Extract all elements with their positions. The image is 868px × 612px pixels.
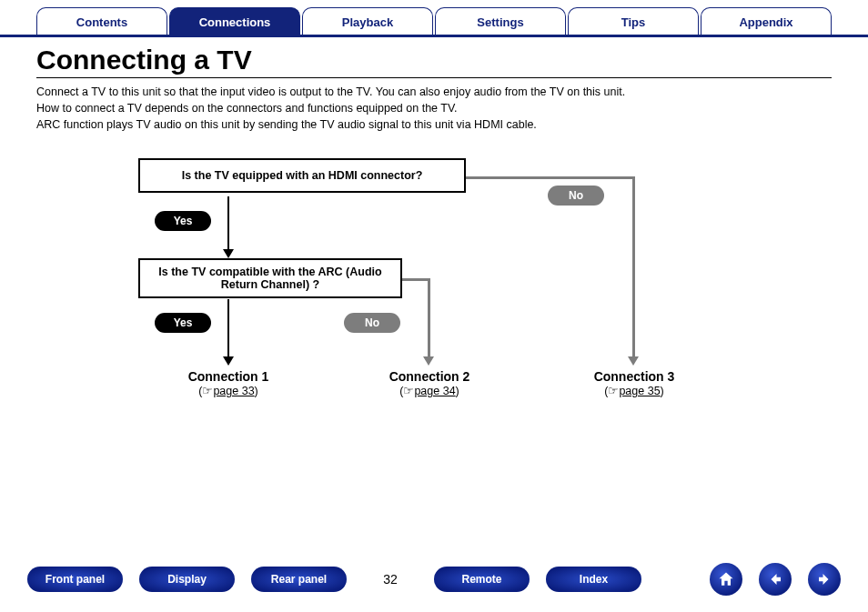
prev-page-button[interactable]	[759, 563, 792, 596]
nav-rear-panel[interactable]: Rear panel	[251, 567, 347, 592]
connection-1-title: Connection 1	[188, 369, 269, 384]
flow-line	[428, 278, 430, 358]
arrow-down-icon	[628, 356, 639, 366]
tab-contents[interactable]: Contents	[36, 7, 167, 35]
link-page-34[interactable]: page 34	[414, 385, 455, 397]
arrow-left-icon	[767, 571, 783, 587]
tab-connections[interactable]: Connections	[169, 7, 300, 35]
answer-no-2: No	[344, 313, 400, 333]
answer-yes-2: Yes	[155, 313, 211, 333]
connection-3-title: Connection 3	[594, 369, 675, 384]
connection-2: Connection 2 (☞page 34)	[361, 369, 498, 397]
connection-2-title: Connection 2	[389, 369, 470, 384]
answer-no-1: No	[548, 186, 604, 206]
flowchart: Is the TV equipped with an HDMI connecto…	[36, 158, 832, 431]
nav-index[interactable]: Index	[546, 567, 641, 592]
arrow-right-icon	[816, 571, 833, 587]
bottom-nav: Front panel Display Rear panel 32 Remote…	[0, 563, 868, 596]
arrow-line	[227, 196, 229, 256]
connection-3: Connection 3 (☞page 35)	[566, 369, 702, 397]
flow-line	[466, 176, 635, 179]
arrow-down-icon	[223, 356, 234, 366]
home-button[interactable]	[710, 563, 742, 596]
link-page-35[interactable]: page 35	[619, 385, 660, 397]
arrow-down-icon	[223, 249, 234, 258]
link-icon: ☞	[403, 385, 414, 397]
page-number: 32	[363, 572, 418, 587]
intro-line-1: Connect a TV to this unit so that the in…	[36, 84, 832, 100]
link-page-33[interactable]: page 33	[213, 385, 254, 397]
arrow-line	[227, 299, 229, 358]
flow-line	[402, 278, 429, 281]
intro-line-2: How to connect a TV depends on the conne…	[36, 100, 832, 116]
tab-settings[interactable]: Settings	[435, 7, 566, 35]
home-icon	[717, 570, 735, 588]
next-page-button[interactable]	[808, 563, 841, 596]
link-icon: ☞	[202, 385, 213, 397]
tab-appendix[interactable]: Appendix	[701, 7, 832, 35]
page-title: Connecting a TV	[36, 45, 832, 78]
question-hdmi: Is the TV equipped with an HDMI connecto…	[138, 158, 466, 193]
intro-text: Connect a TV to this unit so that the in…	[36, 84, 832, 133]
link-icon: ☞	[608, 385, 619, 397]
nav-remote[interactable]: Remote	[434, 567, 530, 592]
answer-yes-1: Yes	[155, 211, 211, 231]
question-arc: Is the TV compatible with the ARC (Audio…	[138, 258, 402, 298]
intro-line-3: ARC function plays TV audio on this unit…	[36, 116, 832, 133]
flow-line	[632, 176, 635, 358]
nav-front-panel[interactable]: Front panel	[27, 567, 123, 592]
tab-playback[interactable]: Playback	[302, 7, 433, 35]
top-tab-bar: Contents Connections Playback Settings T…	[0, 0, 868, 37]
nav-display[interactable]: Display	[139, 567, 235, 592]
tab-tips[interactable]: Tips	[568, 7, 699, 35]
connection-1: Connection 1 (☞page 33)	[160, 369, 297, 397]
arrow-down-icon	[423, 356, 434, 366]
